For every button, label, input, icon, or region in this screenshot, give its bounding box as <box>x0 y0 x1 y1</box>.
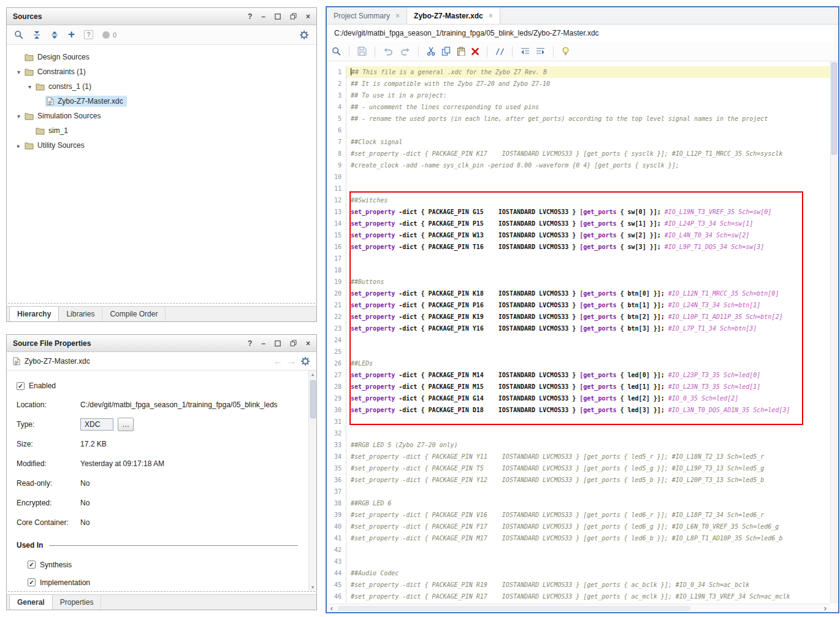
find-icon[interactable] <box>332 47 341 56</box>
lightbulb-icon[interactable] <box>562 47 570 56</box>
editor-tab-zybo-z7-master-xdc[interactable]: Zybo-Z7-Master.xdc× <box>407 7 500 24</box>
cut-icon[interactable] <box>427 47 435 56</box>
code-text[interactable]: set_property -dict { PACKAGE_PIN P15 IOS… <box>346 218 838 229</box>
editor-tab-project-summary[interactable]: Project Summary× <box>327 7 407 24</box>
code-text[interactable]: set_property -dict { PACKAGE_PIN D18 IOS… <box>346 404 838 416</box>
code-text[interactable]: set_property -dict { PACKAGE_PIN Y16 IOS… <box>346 323 838 334</box>
code-text[interactable]: #set_property -dict { PACKAGE_PIN Y11 IO… <box>346 451 838 462</box>
help-button[interactable]: ? <box>248 13 252 20</box>
vertical-scrollbar[interactable] <box>830 61 838 604</box>
scroll-up-icon[interactable]: ▲ <box>311 370 315 378</box>
maximize-button[interactable] <box>275 13 281 20</box>
code-text[interactable]: ##RGB LED 6 <box>346 497 838 509</box>
minimize-button[interactable]: – <box>261 13 265 20</box>
code-text[interactable]: #create_clock -add -name sys_clk_pin -pe… <box>346 159 838 171</box>
code-text[interactable]: #set_property -dict { PACKAGE_PIN Y12 IO… <box>346 474 838 486</box>
tab-properties[interactable]: Properties <box>53 595 102 610</box>
code-text[interactable]: ##Audio Codec <box>346 567 838 579</box>
enabled-checkbox[interactable]: ✓ <box>17 382 25 390</box>
code-text[interactable]: set_property -dict { PACKAGE_PIN K18 IOS… <box>346 288 838 299</box>
code-text[interactable]: ## To use it in a project: <box>346 90 838 101</box>
code-text[interactable] <box>346 556 838 567</box>
float-button[interactable] <box>290 340 297 347</box>
scroll-left-icon[interactable]: ‹ <box>327 604 337 613</box>
code-text[interactable]: ##RGB LED 5 (Zybo Z7-20 only) <box>346 439 838 451</box>
paste-icon[interactable] <box>457 47 465 56</box>
code-text[interactable]: #set_property -dict { PACKAGE_PIN M17 IO… <box>346 532 838 544</box>
redo-icon[interactable] <box>400 47 410 56</box>
code-text[interactable]: set_property -dict { PACKAGE_PIN M14 IOS… <box>346 369 838 381</box>
code-text[interactable]: ##Switches <box>346 194 838 206</box>
code-text[interactable]: ## This file is a general .xdc for the Z… <box>346 66 838 78</box>
undo-icon[interactable] <box>383 47 394 56</box>
tree-item-simulation-sources[interactable]: ▾Simulation Sources <box>7 109 316 123</box>
code-text[interactable] <box>346 416 838 427</box>
float-button[interactable] <box>290 13 297 20</box>
tree-item-utility-sources[interactable]: ▸Utility Sources <box>7 138 316 153</box>
panel-splitter[interactable] <box>8 591 315 592</box>
close-button[interactable]: × <box>306 13 310 20</box>
scrollbar-thumb[interactable] <box>338 606 690 611</box>
code-text[interactable]: ##Clock signal <box>346 136 838 148</box>
code-text[interactable] <box>346 544 838 556</box>
close-button[interactable]: × <box>306 340 310 347</box>
code-text[interactable] <box>346 486 838 497</box>
expand-all-icon[interactable] <box>50 31 59 39</box>
code-text[interactable]: set_property -dict { PACKAGE_PIN W13 IOS… <box>346 229 838 241</box>
tab-general[interactable]: General <box>9 594 53 610</box>
code-text[interactable] <box>346 125 838 136</box>
code-text[interactable]: set_property -dict { PACKAGE_PIN G14 IOS… <box>346 393 838 404</box>
code-text[interactable]: #set_property -dict { PACKAGE_PIN T5 IOS… <box>346 462 838 474</box>
code-text[interactable]: ##Buttons <box>346 276 838 288</box>
code-text[interactable]: set_property -dict { PACKAGE_PIN M15 IOS… <box>346 381 838 393</box>
chevron-right-icon[interactable]: ▸ <box>14 142 23 149</box>
synthesis-checkbox[interactable]: ✓ <box>28 561 36 569</box>
code-text[interactable] <box>346 346 838 358</box>
forward-arrow-icon[interactable]: → <box>287 356 296 366</box>
tree-item-constraints-1[interactable]: ▾Constraints (1) <box>7 64 316 79</box>
search-icon[interactable] <box>14 30 23 39</box>
add-sources-button[interactable]: + <box>68 28 75 41</box>
tree-item-sim-1[interactable]: sim_1 <box>7 123 316 138</box>
maximize-button[interactable] <box>275 340 281 347</box>
settings-gear-icon[interactable] <box>299 30 309 40</box>
tab-libraries[interactable]: Libraries <box>59 307 102 321</box>
back-arrow-icon[interactable]: ← <box>273 356 283 366</box>
code-editor-area[interactable]: 1## This file is a general .xdc for the … <box>327 61 838 612</box>
code-text[interactable] <box>346 427 838 439</box>
code-text[interactable]: set_property -dict { PACKAGE_PIN T16 IOS… <box>346 241 838 253</box>
panel-splitter[interactable] <box>8 303 315 304</box>
code-text[interactable] <box>346 183 838 194</box>
chevron-down-icon[interactable]: ▾ <box>25 83 34 90</box>
delete-icon[interactable] <box>472 48 479 55</box>
code-text[interactable]: #set_property -dict { PACKAGE_PIN F17 IO… <box>346 521 838 532</box>
code-text[interactable]: ## - uncomment the lines corresponding t… <box>346 101 838 113</box>
scrollbar-thumb[interactable] <box>831 63 837 155</box>
scroll-down-icon[interactable]: ▼ <box>311 583 315 591</box>
code-text[interactable]: ##LEDs <box>346 358 838 369</box>
code-text[interactable]: #set_property -dict { PACKAGE_PIN K17 IO… <box>346 148 838 159</box>
help-box-icon[interactable]: ? <box>84 30 93 39</box>
tab-hierarchy[interactable]: Hierarchy <box>9 306 59 321</box>
settings-gear-icon[interactable] <box>300 356 310 366</box>
code-text[interactable]: ## It is compatible with the Zybo Z7-20 … <box>346 78 838 90</box>
properties-scrollbar[interactable]: ▲ ▼ <box>308 370 316 591</box>
copy-icon[interactable] <box>441 47 451 56</box>
code-text[interactable] <box>346 264 838 276</box>
tree-item-constrs-1-1[interactable]: ▾constrs_1 (1) <box>7 79 316 94</box>
code-text[interactable] <box>346 334 838 346</box>
code-text[interactable]: #set_property -dict { PACKAGE_PIN R19 IO… <box>346 579 838 591</box>
tree-item-zybo-z7-master-xdc[interactable]: Zybo-Z7-Master.xdc <box>7 94 316 109</box>
code-text[interactable]: #set_property -dict { PACKAGE_PIN V16 IO… <box>346 509 838 521</box>
code-text[interactable]: set_property -dict { PACKAGE_PIN G15 IOS… <box>346 206 838 218</box>
message-badge[interactable]: 0 <box>102 31 116 39</box>
tab-close-icon[interactable]: × <box>395 12 400 20</box>
browse-button[interactable]: … <box>118 418 134 431</box>
code-text[interactable]: ## - rename the used ports (in each line… <box>346 113 838 125</box>
code-text[interactable]: set_property -dict { PACKAGE_PIN P16 IOS… <box>346 299 838 311</box>
code-text[interactable]: #set_property -dict { PACKAGE_PIN R17 IO… <box>346 591 838 602</box>
minimize-button[interactable]: – <box>261 340 265 347</box>
chevron-down-icon[interactable]: ▾ <box>14 113 23 120</box>
toggle-comment-icon[interactable]: // <box>495 47 504 56</box>
save-icon[interactable] <box>357 47 367 56</box>
